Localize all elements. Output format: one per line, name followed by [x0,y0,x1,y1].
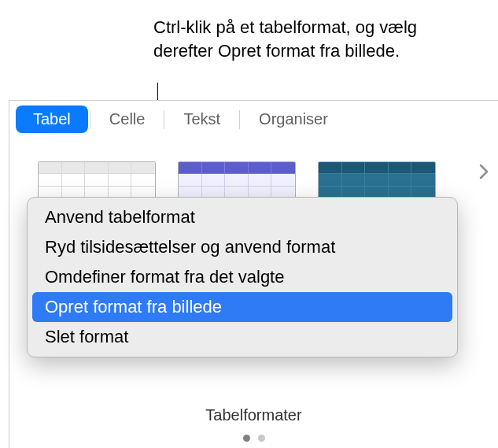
tab-text[interactable]: Tekst [166,106,238,133]
page-dot-1[interactable] [243,435,250,442]
page-dot-2[interactable] [258,435,265,442]
tab-organize[interactable]: Organiser [242,106,345,133]
menu-item-clear-overrides[interactable]: Ryd tilsidesættelser og anvend format [28,232,457,262]
tab-table[interactable]: Tabel [16,106,88,133]
tab-divider [239,110,240,129]
table-style-1[interactable] [38,161,156,199]
menu-item-delete-style[interactable]: Slet format [28,322,457,352]
table-style-2[interactable] [178,161,296,199]
tab-cell[interactable]: Celle [92,106,163,133]
tab-divider [90,110,90,129]
styles-footer-label: Tabelformater [9,406,498,424]
table-style-3[interactable] [318,161,436,199]
page-indicator[interactable] [9,435,498,442]
context-menu: Anvend tabelformat Ryd tilsidesættelser … [27,197,458,357]
menu-item-apply-style[interactable]: Anvend tabelformat [28,202,457,232]
tab-bar: Tabel Celle Tekst Organiser [9,101,498,138]
menu-item-redefine-style[interactable]: Omdefiner format fra det valgte [28,262,457,292]
style-thumbnails [38,161,470,199]
callout-text: Ctrl-klik på et tabelformat, og vælg der… [153,16,452,62]
tab-divider [164,110,164,129]
menu-item-create-from-image[interactable]: Opret format fra billede [32,292,452,322]
chevron-right-icon[interactable] [479,160,489,185]
